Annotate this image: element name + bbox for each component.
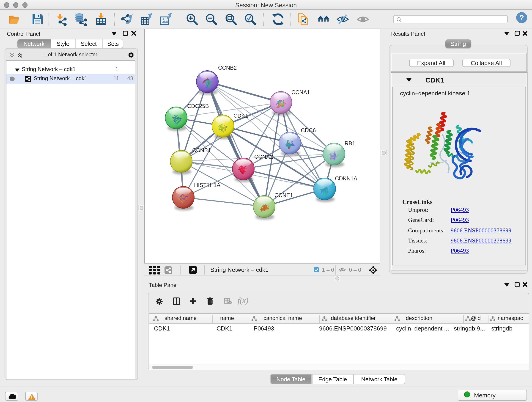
svg-text:RB1: RB1 <box>345 140 355 147</box>
svg-text:CCNA2: CCNA2 <box>254 153 273 160</box>
svg-text:CDK1: CDK1 <box>234 113 248 119</box>
svg-text:CCNE1: CCNE1 <box>274 192 293 198</box>
svg-text:CCNB1: CCNB1 <box>192 147 211 153</box>
svg-text:?: ? <box>519 13 524 22</box>
svg-text:CCNB2: CCNB2 <box>218 65 237 71</box>
svg-text:CCNA1: CCNA1 <box>291 89 310 95</box>
svg-text:CDC6: CDC6 <box>301 127 316 133</box>
svg-text:HIST1H1A: HIST1H1A <box>194 182 220 188</box>
svg-text:CDC25B: CDC25B <box>187 103 209 109</box>
svg-text:CDKN1A: CDKN1A <box>335 175 357 182</box>
